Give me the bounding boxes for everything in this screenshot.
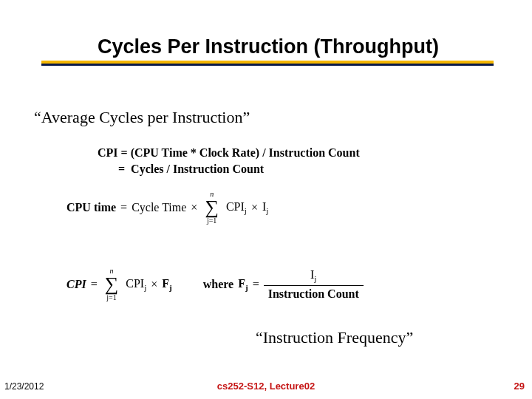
eq1-cycle-time: Cycle Time <box>132 201 186 214</box>
eq2-where: where <box>203 278 233 291</box>
eq2-frac-den: Instruction Count <box>264 286 364 301</box>
footer-center: cs252-S12, Lecture02 <box>0 381 532 392</box>
cpi-definition: CPI = (CPU Time * Clock Rate) / Instruct… <box>98 145 360 177</box>
eq1-equals: = <box>120 201 127 214</box>
sigma-icon: n ∑ j=1 <box>105 267 119 301</box>
title-underline-navy <box>41 64 494 66</box>
equation-cpi: CPI = n ∑ j=1 CPIj × Fj where Fj = Ij In… <box>66 267 364 301</box>
label-instruction-frequency: “Instruction Frequency” <box>256 328 413 347</box>
subheading-average-cpi: “Average Cycles per Instruction” <box>34 108 250 127</box>
eq1-Ij: Ij <box>262 200 268 215</box>
eq1-sum-bottom: j=1 <box>207 217 216 225</box>
eq1-cpi: CPIj <box>226 200 247 215</box>
eq1-lhs: CPU time <box>66 201 116 214</box>
cpi-def-line2: = Cycles / Instruction Count <box>98 161 360 177</box>
eq2-frac-num: Ij <box>306 268 321 285</box>
eq2-equals: = <box>91 278 98 291</box>
equation-cpu-time: CPU time = Cycle Time × n ∑ j=1 CPIj × I… <box>66 191 268 225</box>
footer-page-number: 29 <box>514 381 525 392</box>
eq2-Fj: Fj <box>162 277 171 292</box>
eq1-times2: × <box>251 201 258 214</box>
eq2-Fj2: Fj <box>238 277 248 292</box>
eq1-times1: × <box>191 201 197 214</box>
eq2-lhs: CPI <box>66 278 86 291</box>
eq2-cpij: CPIj <box>126 277 146 292</box>
slide: Cycles Per Instruction (Throughput) “Ave… <box>0 0 532 399</box>
sigma-icon: n ∑ j=1 <box>205 191 219 225</box>
eq1-sum-symbol: ∑ <box>205 198 219 217</box>
cpi-def-line1: CPI = (CPU Time * Clock Rate) / Instruct… <box>98 145 360 161</box>
slide-title: Cycles Per Instruction (Throughput) <box>50 35 486 58</box>
fraction-icon: Ij Instruction Count <box>264 268 364 301</box>
eq2-equals2: = <box>253 278 259 291</box>
title-wrap: Cycles Per Instruction (Throughput) <box>50 35 486 58</box>
eq2-sum-bottom: j=1 <box>106 294 116 301</box>
eq2-sum-symbol: ∑ <box>105 275 119 294</box>
eq2-times: × <box>151 278 157 291</box>
